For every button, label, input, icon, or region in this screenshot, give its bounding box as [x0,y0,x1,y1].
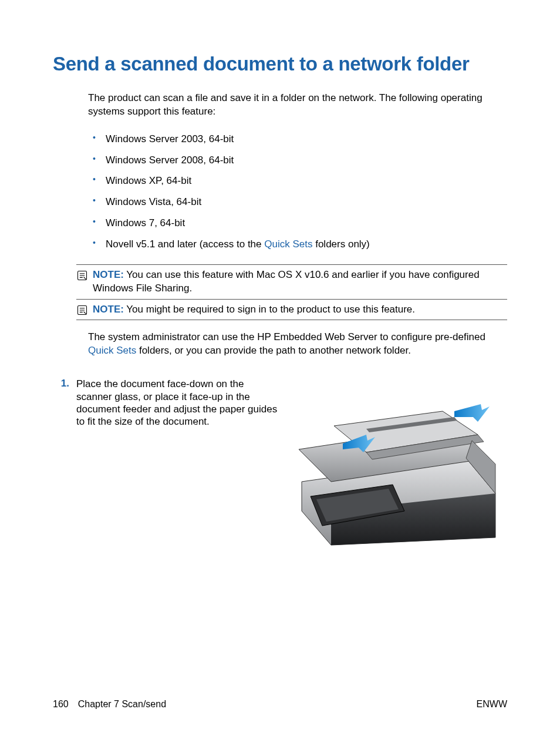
list-item-text: folders only) [312,238,369,250]
note-block: NOTE: You might be required to sign in t… [76,300,507,321]
step-text: Place the document face-down on the scan… [76,378,282,428]
body-text: folders, or you can provide the path to … [136,345,411,356]
list-item: Windows XP, 64-bit [106,170,507,191]
note-label: NOTE: [93,304,124,315]
note-content: NOTE: You can use this feature with Mac … [93,268,507,295]
note-label: NOTE: [93,269,124,280]
list-item: Windows Server 2003, 64-bit [106,129,507,150]
list-item: Novell v5.1 and later (access to the Qui… [106,234,507,255]
intro-paragraph: The product can scan a file and save it … [88,92,507,119]
chapter-label: Chapter 7 Scan/send [78,699,166,710]
note-icon [76,270,88,281]
printer-illustration [278,394,507,546]
list-item: Windows Server 2008, 64-bit [106,150,507,171]
quick-sets-link[interactable]: Quick Sets [88,345,136,356]
note-icon [76,304,88,316]
note-text: You might be required to sign in to the … [126,304,415,315]
note-content: NOTE: You might be required to sign in t… [93,303,415,317]
list-item: Windows 7, 64-bit [106,213,507,234]
step-number: 1. [53,378,69,389]
footer-right: ENWW [477,699,507,710]
page-number: 160 [53,699,69,710]
body-text: The system administrator can use the HP … [88,331,485,342]
page-title: Send a scanned document to a network fol… [53,53,507,75]
note-text: You can use this feature with Mac OS X v… [93,269,480,294]
note-block: NOTE: You can use this feature with Mac … [76,264,507,300]
list-item: Windows Vista, 64-bit [106,191,507,213]
document-page: Send a scanned document to a network fol… [0,0,560,746]
list-item-text: Novell v5.1 and later (access to the [106,238,264,250]
os-list: Windows Server 2003, 64-bit Windows Serv… [88,129,507,255]
body-paragraph: The system administrator can use the HP … [88,331,507,358]
page-footer: 160 Chapter 7 Scan/send ENWW [0,699,560,710]
quick-sets-link[interactable]: Quick Sets [264,238,312,250]
